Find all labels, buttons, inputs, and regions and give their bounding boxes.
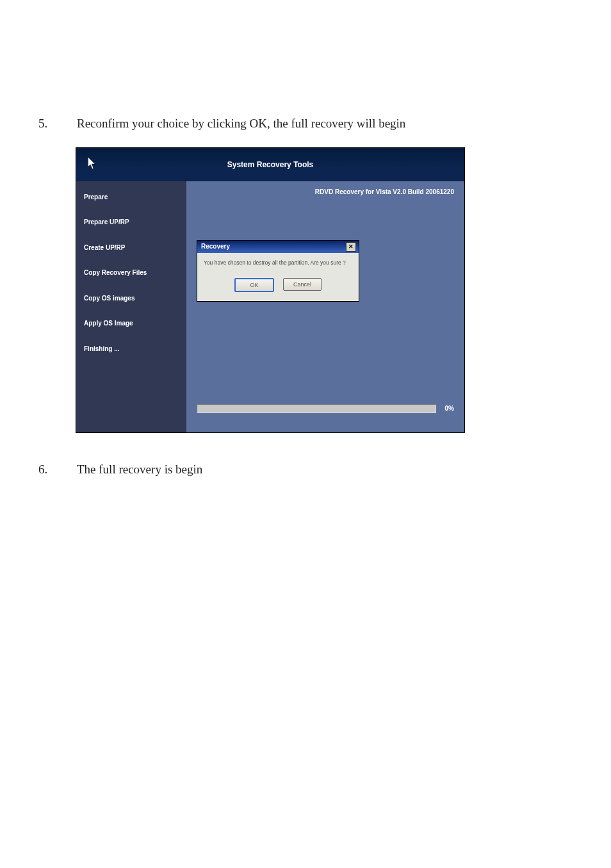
progress-bar: [197, 404, 436, 413]
window-body: Prepare Prepare UP/RP Create UP/RP Copy …: [76, 181, 464, 432]
step-5-number: 5.: [38, 115, 77, 132]
close-button[interactable]: ✕: [346, 242, 356, 252]
sidebar-item-finishing: Finishing ...: [84, 345, 180, 354]
step-6-number: 6.: [38, 461, 77, 478]
sidebar-item-copy-os-images: Copy OS images: [84, 294, 180, 303]
document-page: 5. Reconfirm your choice by clicking OK,…: [0, 0, 611, 868]
mouse-cursor-icon: [88, 157, 97, 170]
recovery-dialog[interactable]: Recovery ✕ You have chosen to destroy al…: [197, 240, 359, 302]
sidebar-item-prepare: Prepare: [84, 193, 180, 202]
window-titlebar: System Recovery Tools: [76, 148, 464, 181]
step-6-text: The full recovery is begin: [77, 461, 573, 478]
progress-row: 0%: [197, 404, 454, 413]
step-5: 5. Reconfirm your choice by clicking OK,…: [38, 115, 573, 132]
cancel-button[interactable]: Cancel: [283, 278, 322, 291]
sidebar-item-copy-recovery-files: Copy Recovery Files: [84, 268, 180, 277]
sidebar-item-apply-os-image: Apply OS Image: [84, 319, 180, 328]
window-title: System Recovery Tools: [227, 160, 314, 170]
dialog-message: You have chosen to destroy all the parti…: [204, 259, 352, 266]
dialog-buttons: OK Cancel: [204, 278, 352, 292]
dialog-title: Recovery: [201, 242, 230, 251]
version-label: RDVD Recovery for Vista V2.0 Build 20061…: [186, 181, 464, 197]
sidebar-item-prepare-uprp: Prepare UP/RP: [84, 218, 180, 227]
step-6: 6. The full recovery is begin: [38, 461, 573, 478]
dialog-titlebar[interactable]: Recovery ✕: [197, 241, 359, 253]
dialog-body: You have chosen to destroy all the parti…: [197, 253, 359, 301]
progress-percent: 0%: [440, 404, 454, 413]
step-5-text: Reconfirm your choice by clicking OK, th…: [77, 115, 573, 132]
recovery-window: System Recovery Tools Prepare Prepare UP…: [76, 147, 465, 433]
ok-button[interactable]: OK: [234, 278, 274, 292]
sidebar: Prepare Prepare UP/RP Create UP/RP Copy …: [76, 181, 186, 432]
sidebar-item-create-uprp: Create UP/RP: [84, 243, 180, 252]
close-icon: ✕: [348, 244, 354, 250]
screenshot-figure: System Recovery Tools Prepare Prepare UP…: [76, 147, 465, 433]
main-panel: RDVD Recovery for Vista V2.0 Build 20061…: [186, 181, 464, 432]
